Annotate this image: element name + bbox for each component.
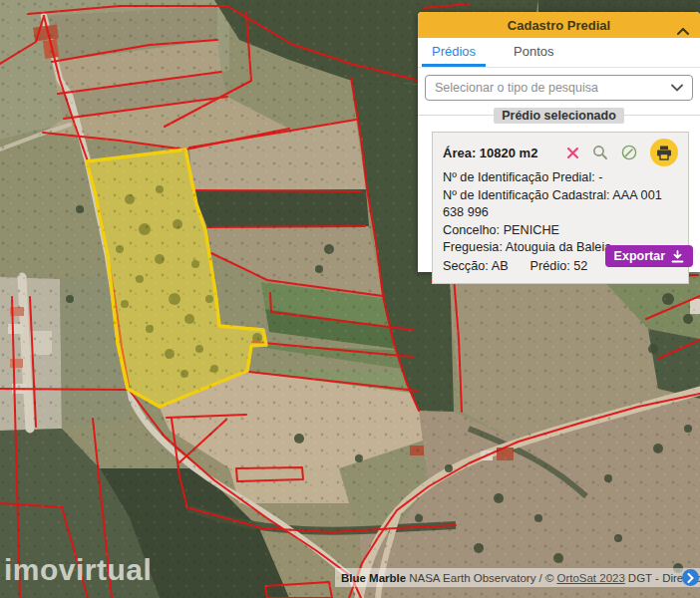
chevron-down-icon [671, 84, 683, 92]
parcel-id-predial: Nº de Identificação Predial: - [443, 169, 678, 187]
panel-tabs: Prédios Pontos [418, 38, 700, 68]
attribution-toggle-button[interactable] [682, 569, 699, 586]
cadastro-map-app: imovirtual Blue Marble NASA Earth Observ… [0, 0, 700, 598]
cadastro-panel: Cadastro Predial Prédios Pontos Selecion… [418, 12, 700, 272]
parcel-actions [566, 139, 678, 166]
collapse-button[interactable] [677, 21, 689, 39]
ortosat-link[interactable]: OrtoSat 2023 [556, 572, 624, 584]
export-label: Exportar [614, 249, 665, 263]
select-placeholder: Selecionar o tipo de pesquisa [435, 81, 598, 95]
selected-section: Prédio selecionado [418, 106, 700, 126]
print-button[interactable] [650, 139, 678, 166]
pencil-icon [621, 145, 637, 160]
export-button[interactable]: Exportar [605, 245, 693, 267]
magnifier-icon [592, 145, 608, 160]
parcel-predio: Prédio: 52 [530, 257, 588, 276]
zoom-to-parcel-button[interactable] [592, 145, 608, 160]
parcel-concelho: Concelho: PENICHE [443, 222, 678, 240]
x-icon [566, 147, 579, 159]
parcel-area: Área: 10820 m2 [443, 146, 537, 160]
panel-title: Cadastro Predial [508, 18, 610, 33]
imovirtual-watermark: imovirtual [4, 553, 152, 587]
panel-header[interactable]: Cadastro Predial [418, 12, 700, 38]
selected-section-label: Prédio selecionado [494, 108, 624, 124]
edit-parcel-button[interactable] [621, 145, 637, 160]
search-type-select[interactable]: Selecionar o tipo de pesquisa [425, 75, 693, 101]
parcel-seccao: Secção: AB [443, 257, 509, 276]
chevron-right-icon [687, 573, 694, 583]
printer-icon [656, 146, 672, 160]
tab-pontos[interactable]: Pontos [504, 38, 563, 67]
download-icon [671, 250, 684, 263]
map-attribution: Blue Marble NASA Earth Observatory / © O… [335, 568, 700, 587]
parcel-id-cadastral: Nº de Identificação Cadastral: AAA 001 6… [443, 187, 678, 222]
attribution-text: NASA Earth Observatory / © [409, 572, 553, 584]
chevron-up-icon [677, 28, 689, 35]
tab-predios[interactable]: Prédios [422, 38, 486, 67]
deselect-button[interactable] [566, 147, 579, 159]
attribution-source: Blue Marble [341, 572, 406, 584]
